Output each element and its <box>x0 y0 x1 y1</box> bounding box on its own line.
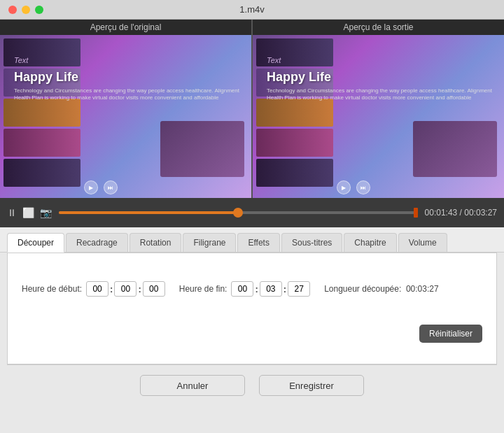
timeline-thumb[interactable] <box>233 208 243 218</box>
end-time-group: Heure de fin: : : <box>179 281 310 297</box>
end-sep-2: : <box>284 284 286 294</box>
start-sec-input[interactable] <box>143 281 165 297</box>
reset-row: Réinitialiser <box>22 325 482 343</box>
thumb-r3 <box>256 99 333 127</box>
timeline-bar: ⏸ ⬜ 📷 00:01:43 / 00:03:27 <box>0 198 504 227</box>
end-sec-input[interactable] <box>288 281 310 297</box>
video-description-left: Technology and Circumstances are changin… <box>14 87 248 102</box>
timeline-slider[interactable] <box>59 211 418 214</box>
window-title: 1.m4v <box>239 4 264 15</box>
length-value: 00:03:27 <box>406 284 439 294</box>
tab-volume[interactable]: Volume <box>398 233 447 252</box>
titlebar: 1.m4v <box>0 0 504 20</box>
end-sep-1: : <box>255 284 258 294</box>
timeline-time-display: 00:01:43 / 00:03:27 <box>425 208 497 218</box>
start-sep-2: : <box>138 284 141 294</box>
minimize-button[interactable] <box>22 6 30 14</box>
video-description-right: Technology and Circumstances are changin… <box>267 87 500 102</box>
preview-output-label: Aperçu de la sortie <box>253 20 504 35</box>
end-time-inputs: : : <box>231 281 310 297</box>
thumb-5 <box>4 159 80 187</box>
video-title-left: Happy Life <box>14 70 78 85</box>
timeline-track <box>59 211 418 214</box>
preview-original-panel: Aperçu de l'original Text Happy Life Tec… <box>0 20 251 198</box>
skip-button-left[interactable]: ⏭ <box>104 180 118 194</box>
start-time-group: Heure de début: : : <box>22 281 165 297</box>
video-content-left: Text Happy Life Technology and Circumsta… <box>0 35 251 198</box>
cancel-button[interactable]: Annuler <box>140 375 245 396</box>
close-button[interactable] <box>8 6 17 14</box>
tab-rotation[interactable]: Rotation <box>130 233 182 252</box>
preview-area: Aperçu de l'original Text Happy Life Tec… <box>0 20 504 198</box>
thumb-r5 <box>256 159 333 187</box>
skip-button-right[interactable]: ⏭ <box>356 180 370 194</box>
length-group: Longueur découpée: 00:03:27 <box>324 284 439 294</box>
end-hour-input[interactable] <box>231 281 253 297</box>
thumb-3 <box>4 99 80 127</box>
save-button[interactable]: Enregistrer <box>259 375 364 396</box>
footer: Annuler Enregistrer <box>0 365 504 406</box>
reset-button[interactable]: Réinitialiser <box>419 325 482 343</box>
video-controls-right: ▶ ⏭ <box>337 180 370 194</box>
maximize-button[interactable] <box>35 6 43 14</box>
tabs-container: Découper Recadrage Rotation Filigrane Ef… <box>0 227 504 253</box>
end-time-label: Heure de fin: <box>179 284 227 294</box>
end-min-input[interactable] <box>260 281 282 297</box>
video-title-right: Happy Life <box>267 70 331 85</box>
screenshot-icon[interactable]: 📷 <box>40 207 52 218</box>
tab-effets[interactable]: Effets <box>237 233 279 252</box>
preview-output-panel: Aperçu de la sortie Text Happy Life Tech… <box>253 20 504 198</box>
play-button-right[interactable]: ▶ <box>337 180 351 194</box>
pause-icon[interactable]: ⏸ <box>7 207 17 218</box>
thumb-4 <box>4 129 80 157</box>
big-thumb-left <box>160 121 244 177</box>
video-controls-left: ▶ ⏭ <box>84 180 118 194</box>
start-sep-1: : <box>110 284 113 294</box>
tab-filigrane[interactable]: Filigrane <box>183 233 236 252</box>
tab-recadrage[interactable]: Recadrage <box>66 233 128 252</box>
timeline-end-marker <box>414 208 418 218</box>
titlebar-buttons <box>8 6 43 14</box>
start-min-input[interactable] <box>114 281 136 297</box>
preview-original-label: Aperçu de l'original <box>0 20 251 35</box>
length-label: Longueur découpée: 00:03:27 <box>324 284 439 294</box>
start-time-inputs: : : <box>86 281 165 297</box>
video-overlay-text-left: Text <box>14 56 28 64</box>
video-overlay-text-right: Text <box>267 56 281 64</box>
timeline-fill <box>59 211 238 214</box>
timeline-controls: ⏸ ⬜ 📷 <box>7 207 52 218</box>
tab-sous-titres[interactable]: Sous-titres <box>281 233 342 252</box>
start-hour-input[interactable] <box>86 281 108 297</box>
video-content-right: Text Happy Life Technology and Circumsta… <box>253 35 504 198</box>
start-time-label: Heure de début: <box>22 284 82 294</box>
preview-output-video: Text Happy Life Technology and Circumsta… <box>253 35 504 198</box>
content-area: Heure de début: : : Heure de fin: : : Lo… <box>7 253 497 364</box>
play-button-left[interactable]: ▶ <box>84 180 98 194</box>
thumb-r4 <box>256 129 333 157</box>
tab-chapitre[interactable]: Chapitre <box>344 233 396 252</box>
preview-original-video: Text Happy Life Technology and Circumsta… <box>0 35 251 198</box>
crop-icon[interactable]: ⬜ <box>22 207 34 218</box>
tab-decouper[interactable]: Découper <box>7 233 64 253</box>
trim-fields: Heure de début: : : Heure de fin: : : Lo… <box>22 281 482 297</box>
big-thumb-right <box>413 121 497 177</box>
